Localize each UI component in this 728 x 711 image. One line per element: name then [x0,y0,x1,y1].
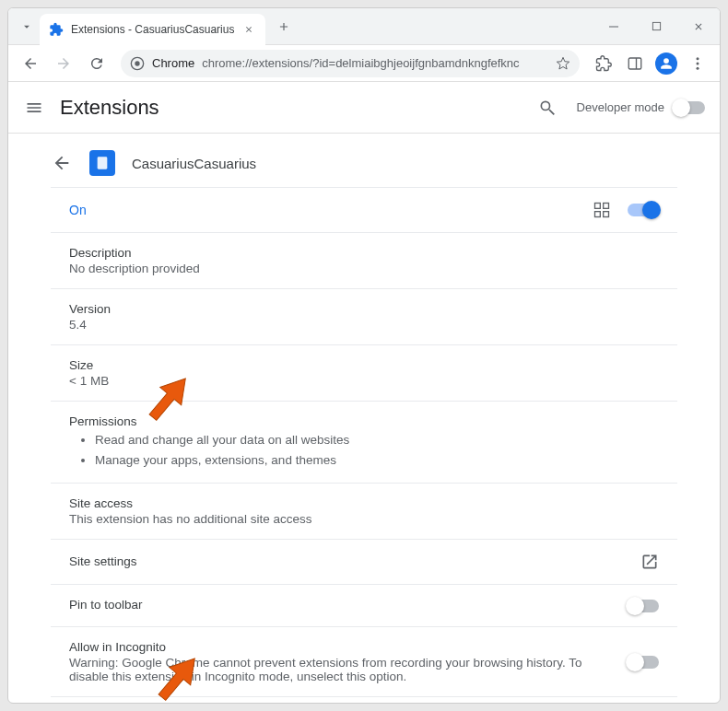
developer-mode-toggle[interactable] [674,101,705,114]
url-scheme-label: Chrome [152,56,194,70]
description-label: Description [69,246,659,260]
extensions-puzzle-button[interactable] [589,49,618,78]
incognito-warning: Warning: Google Chrome cannot prevent ex… [69,656,613,683]
bookmark-star-icon[interactable] [556,56,570,71]
titlebar: Extensions - CasuariusCasuarius [8,8,720,45]
svg-rect-11 [604,204,609,209]
extension-enabled-toggle[interactable] [628,204,659,216]
size-label: Size [69,358,659,372]
back-to-extensions-button[interactable] [51,152,73,174]
maximize-button[interactable] [635,8,677,45]
pin-to-toolbar-toggle[interactable] [628,600,659,612]
incognito-toggle[interactable] [628,656,659,669]
open-in-new-icon[interactable] [640,553,659,571]
profile-avatar[interactable] [652,49,681,78]
svg-rect-1 [652,22,660,29]
description-value: No description provided [69,262,659,275]
size-value: < 1 MB [69,374,659,388]
svg-rect-0 [609,26,618,27]
new-tab-button[interactable] [271,14,297,40]
search-extensions-button[interactable] [533,93,562,122]
pin-to-toolbar-label: Pin to toolbar [69,598,143,612]
window-controls [593,8,720,45]
svg-rect-12 [595,212,601,217]
close-window-button[interactable] [677,8,720,45]
extensions-page-header: Extensions Developer mode [8,82,720,134]
developer-mode-label: Developer mode [577,100,664,114]
svg-point-3 [135,61,139,65]
permission-item: Manage your apps, extensions, and themes [95,450,659,471]
svg-point-8 [697,66,699,69]
permission-item: Read and change all your data on all web… [95,430,659,450]
permissions-label: Permissions [69,414,659,428]
back-button[interactable] [16,49,45,78]
forward-button[interactable] [49,49,78,78]
address-bar[interactable]: Chrome chrome://extensions/?id=delmiaibg… [121,50,580,77]
extension-detail-card: CasuariusCasuarius On Description No des… [51,145,677,703]
tab-close-button[interactable] [241,22,256,37]
on-section: On [51,187,677,232]
side-panel-button[interactable] [620,49,650,78]
version-value: 5.4 [69,318,659,332]
grid-view-icon[interactable] [593,201,611,219]
size-section: Size < 1 MB [51,344,677,401]
page-content: Extensions Developer mode CasuariusCasua… [8,82,720,703]
tab-title: Extensions - CasuariusCasuarius [71,23,234,36]
tab-search-dropdown[interactable] [14,14,40,40]
page-title: Extensions [60,96,518,120]
svg-point-7 [697,62,699,64]
on-status-label: On [69,203,87,217]
pin-to-toolbar-section: Pin to toolbar [51,584,677,626]
source-section: Source Not from Chrome Web Store. [51,696,677,703]
version-label: Version [69,302,659,316]
minimize-button[interactable] [593,8,635,45]
site-access-label: Site access [69,496,659,510]
description-section: Description No description provided [51,232,677,288]
developer-mode-row: Developer mode [577,100,705,114]
browser-window: Extensions - CasuariusCasuarius Chrome c… [7,7,721,704]
incognito-label: Allow in Incognito [69,640,613,654]
extension-puzzle-icon [49,22,64,37]
kebab-menu-button[interactable] [683,49,712,78]
url-text: chrome://extensions/?id=delmiaibghjeoijf… [202,56,548,70]
svg-rect-13 [604,212,609,217]
chrome-logo-icon [130,56,145,71]
toolbar: Chrome chrome://extensions/?id=delmiaibg… [8,45,720,82]
permissions-section: Permissions Read and change all your dat… [51,401,677,483]
detail-header: CasuariusCasuarius [51,145,677,187]
content-scroll-area[interactable]: CasuariusCasuarius On Description No des… [8,134,720,703]
svg-rect-9 [98,157,108,169]
version-section: Version 5.4 [51,288,677,344]
site-settings-section[interactable]: Site settings [51,539,677,584]
incognito-section: Allow in Incognito Warning: Google Chrom… [51,626,677,696]
reload-button[interactable] [82,49,112,78]
browser-tab[interactable]: Extensions - CasuariusCasuarius [40,14,265,45]
permissions-list: Read and change all your data on all web… [69,430,659,470]
site-settings-label: Site settings [69,554,137,568]
svg-rect-4 [628,58,641,69]
svg-point-6 [697,57,699,60]
site-access-section: Site access This extension has no additi… [51,483,677,539]
svg-rect-10 [595,204,601,209]
menu-hamburger-icon[interactable] [23,97,45,119]
extension-app-icon [89,150,115,176]
site-access-value: This extension has no additional site ac… [69,512,659,526]
extension-name: CasuariusCasuarius [132,156,256,171]
